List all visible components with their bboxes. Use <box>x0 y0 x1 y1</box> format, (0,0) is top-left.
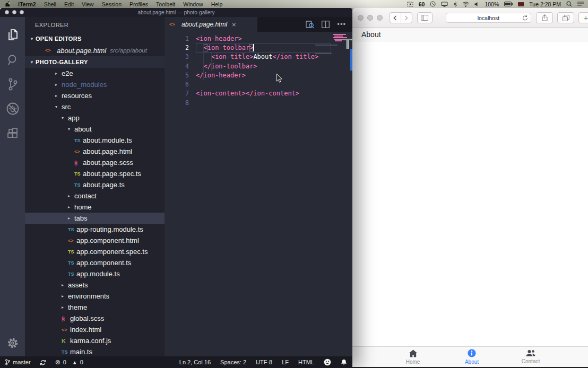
source-control-icon[interactable] <box>1 72 25 97</box>
spotlight-icon[interactable] <box>566 1 572 7</box>
code-line[interactable]: 7 <ion-content></ion-content> <box>165 89 352 98</box>
tab-button[interactable]: Contact <box>501 347 560 367</box>
menu-item-toolbelt[interactable]: Toolbelt <box>156 1 175 7</box>
open-editors-header[interactable]: ▼ OPEN EDITORS <box>25 33 165 45</box>
code-editor[interactable]: 1 <ion-header> 2 <ion-toolbar> 3 <ion-ti… <box>165 32 352 356</box>
notifications-bell-icon[interactable] <box>341 359 347 366</box>
tree-item[interactable]: ▸ e2e <box>25 68 165 79</box>
tree-item[interactable]: TS about.module.ts <box>25 135 165 146</box>
menu-item-session[interactable]: Session <box>102 1 122 7</box>
forward-button[interactable] <box>401 13 412 23</box>
tree-item[interactable]: § global.scss <box>25 313 165 324</box>
code-line[interactable]: 5 </ion-header> <box>165 71 352 80</box>
airplay-icon[interactable] <box>441 2 448 7</box>
tree-item[interactable]: ▸ theme <box>25 302 165 313</box>
apple-menu-icon[interactable] <box>5 1 10 7</box>
tree-item[interactable]: ▾ src <box>25 101 165 112</box>
tree-item[interactable]: TS app.component.spec.ts <box>25 246 165 257</box>
language-mode-indicator[interactable]: HTML <box>298 359 314 365</box>
tree-item[interactable]: <> index.html <box>25 324 165 335</box>
cursor-position-indicator[interactable]: Ln 2, Col 16 <box>179 359 211 365</box>
explorer-icon[interactable] <box>1 23 25 48</box>
notification-center-icon[interactable] <box>577 2 584 6</box>
input-source-icon[interactable] <box>518 2 524 6</box>
clock-menu-icon[interactable] <box>430 1 436 7</box>
project-root-header[interactable]: ▼ PHOTO-GALLERY <box>25 56 165 68</box>
close-tab-icon[interactable]: × <box>232 21 236 29</box>
tree-item[interactable]: TS about.page.ts <box>25 179 165 190</box>
recorder-60-icon[interactable]: 60 <box>419 1 425 7</box>
file-type-icon: TS <box>68 249 76 255</box>
menu-item-edit[interactable]: Edit <box>64 1 74 7</box>
vscode-zoom-button[interactable] <box>20 10 24 14</box>
tree-item[interactable]: <> app.component.html <box>25 235 165 246</box>
screen-capture-icon[interactable] <box>407 2 413 7</box>
open-editor-entry[interactable]: <> about.page.html src/app/about <box>25 45 165 56</box>
code-line[interactable]: 4 </ion-toolbar> <box>165 62 352 71</box>
editor-tab[interactable]: <> about.page.html × <box>165 17 257 32</box>
tree-item[interactable]: TS app.component.ts <box>25 257 165 268</box>
tree-item[interactable]: ▾ about <box>25 124 165 135</box>
eol-indicator[interactable]: LF <box>282 359 289 365</box>
more-actions-icon[interactable]: ••• <box>337 22 346 27</box>
tree-item[interactable]: ▸ node_modules <box>25 79 165 90</box>
tree-item[interactable]: ▸ environments <box>25 291 165 302</box>
tab-overview-icon[interactable] <box>557 12 574 23</box>
open-preview-icon[interactable] <box>306 21 314 29</box>
safari-zoom-button[interactable] <box>377 15 383 21</box>
volume-icon[interactable] <box>474 2 479 7</box>
sidebar-toggle-button[interactable] <box>417 12 433 23</box>
tree-item[interactable]: ▸ resources <box>25 90 165 101</box>
new-tab-button[interactable]: + <box>578 12 588 23</box>
split-editor-icon[interactable] <box>322 21 330 28</box>
tree-item[interactable]: TS app-routing.module.ts <box>25 224 165 235</box>
share-icon[interactable] <box>536 12 553 23</box>
safari-close-button[interactable] <box>358 15 364 21</box>
indentation-indicator[interactable]: Spaces: 2 <box>220 359 246 365</box>
back-button[interactable] <box>390 13 401 23</box>
vscode-close-button[interactable] <box>5 10 9 14</box>
menu-item-profiles[interactable]: Profiles <box>129 1 148 7</box>
tab-button[interactable]: About <box>443 347 501 367</box>
tree-item[interactable]: TS about.page.spec.ts <box>25 168 165 179</box>
problems-indicator[interactable]: ⊗ 0 ▲ 0 <box>55 358 83 366</box>
tree-item[interactable]: <> about.page.html <box>25 146 165 157</box>
tree-item[interactable]: TS app.module.ts <box>25 268 165 279</box>
address-bar[interactable]: localhost <box>446 13 531 23</box>
vscode-title-bar[interactable]: about.page.html — photo-gallery <box>0 8 352 17</box>
code-line[interactable]: 3 <ion-title>About</ion-title> <box>165 52 352 62</box>
menu-item-shell[interactable]: Shell <box>44 1 56 7</box>
search-icon[interactable] <box>1 48 25 72</box>
tree-item[interactable]: ▸ assets <box>25 279 165 291</box>
code-line[interactable]: 2 <ion-toolbar> <box>165 43 352 52</box>
menu-item-help[interactable]: Help <box>211 1 223 7</box>
wifi-icon[interactable] <box>462 2 469 7</box>
tree-item[interactable]: ▸ tabs <box>25 213 165 224</box>
menu-item-view[interactable]: View <box>82 1 94 7</box>
encoding-indicator[interactable]: UTF-8 <box>256 359 272 365</box>
settings-gear-icon[interactable] <box>0 337 25 349</box>
feedback-smiley-icon[interactable] <box>324 358 331 366</box>
code-line[interactable]: 1 <ion-header> <box>165 34 352 43</box>
tree-item[interactable]: ▾ app <box>25 112 165 124</box>
battery-icon[interactable] <box>504 2 513 6</box>
code-line[interactable]: 6 <box>165 80 352 89</box>
tree-item[interactable]: K karma.conf.js <box>25 335 165 346</box>
menu-item-window[interactable]: Window <box>183 1 203 7</box>
git-branch-indicator[interactable]: master <box>5 359 31 365</box>
tab-button[interactable]: Home <box>384 347 443 367</box>
tree-item[interactable]: TS main.ts <box>25 346 165 356</box>
debug-icon[interactable] <box>1 97 25 121</box>
publish-sync-icon[interactable] <box>39 359 47 366</box>
tree-item-label: about.page.html <box>83 147 132 155</box>
tree-item[interactable]: ▸ contact <box>25 190 165 201</box>
menu-clock-label[interactable]: Tue 2:28 PM <box>529 1 561 7</box>
extensions-icon[interactable] <box>1 121 25 145</box>
vscode-minimize-button[interactable] <box>12 10 16 14</box>
bluetooth-icon[interactable] <box>453 1 457 7</box>
tree-item[interactable]: ▸ home <box>25 201 165 213</box>
tree-item[interactable]: § about.page.scss <box>25 157 165 168</box>
menu-item-iterm2[interactable]: iTerm2 <box>18 1 36 7</box>
safari-minimize-button[interactable] <box>367 15 373 21</box>
code-line[interactable]: 8 <box>165 98 352 107</box>
